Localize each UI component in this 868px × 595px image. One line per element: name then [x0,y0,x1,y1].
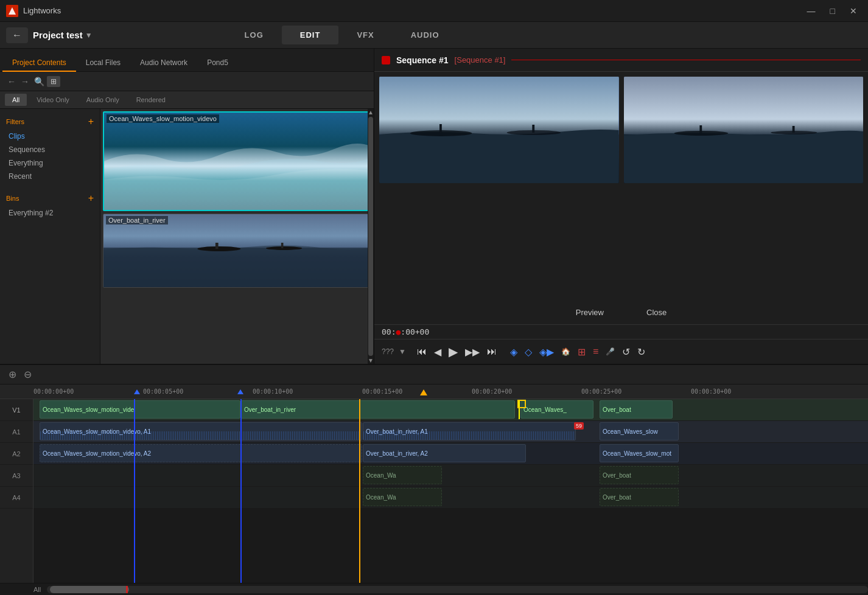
clip-item-ocean-waves[interactable]: Ocean_Waves_slow_motion_videvo [103,111,371,211]
next-frame-button[interactable]: ▶▶ [463,345,482,359]
zoom-out-button[interactable]: ⊖ [20,367,35,381]
scrollbar-thumb[interactable] [368,117,373,356]
svg-rect-12 [439,124,442,133]
v1-clip-1[interactable]: Ocean_Waves_slow_motion_vide [40,400,240,419]
a2-clip-3[interactable]: Ocean_Waves_slow_mot [600,444,679,462]
scroll-up-button[interactable]: ▲ [368,109,374,116]
redo-button[interactable]: ↻ [635,345,648,359]
left-layout: Filters + Clips Sequences Everything Rec… [0,109,374,364]
a2-clip-2[interactable]: Over_boat_in_river, A2 [363,444,526,462]
play-button[interactable]: ▶ [446,343,460,360]
sidebar-item-everything2[interactable]: Everything #2 [0,206,100,220]
tab-audio-network[interactable]: Audio Network [130,55,197,72]
clip-thumb-1 [104,113,370,210]
preview-left [379,77,619,183]
playhead-blue-1 [134,399,135,583]
bins-section: Bins + [0,190,100,206]
mark-button[interactable]: ◇ [522,345,534,359]
content-tab-audio-only[interactable]: Audio Only [79,94,127,106]
clip-scrollbar[interactable]: ▲ ▼ [368,109,374,364]
track-row-a4: Ocean_Wa Over_boat [33,487,868,509]
nav-tab-edit[interactable]: EDIT [282,26,339,44]
preview-button[interactable]: Preview [564,305,616,319]
tab-project-contents[interactable]: Project Contents [2,55,76,72]
v1-clip-2[interactable]: Over_boat_in_river [241,400,515,419]
track-row-a2: Ocean_Waves_slow_motion_videvo, A2 Over_… [33,443,868,465]
back-button[interactable]: ← [6,27,28,43]
tracks-area: Ocean_Waves_slow_motion_vide Over_boat_i… [33,399,868,583]
nav-tab-audio[interactable]: AUDIO [393,26,458,44]
clip-item-river[interactable]: Over_boat_in_river [103,214,371,288]
a4-clip-1[interactable]: Ocean_Wa [363,488,442,506]
a4-clip-2[interactable]: Over_boat [600,488,679,506]
content-tab-rendered[interactable]: Rendered [129,94,173,106]
to-end-button[interactable]: ⏭ [485,345,499,358]
sync-button[interactable]: ◈▶ [537,345,556,359]
audio-button[interactable]: 🎤 [603,346,617,357]
v1-clip-4[interactable]: Over_boat [600,400,673,419]
sidebar-item-sequences[interactable]: Sequences [0,143,100,156]
sidebar-item-everything[interactable]: Everything [0,156,100,170]
in-out-button[interactable]: ◈ [508,345,520,359]
timecode-display: 00:●:00+00 [382,327,429,336]
prev-frame-button[interactable]: ◀ [432,345,444,359]
back-nav-button[interactable]: ← [5,75,18,88]
window-controls: — □ ✕ [802,5,862,17]
filters-add-button[interactable]: + [88,116,94,127]
project-arrow[interactable]: ▼ [85,31,93,40]
timecode-marker: ● [396,327,401,336]
a3-clip-1[interactable]: Ocean_Wa [363,466,442,484]
home-button[interactable]: 🏠 [559,346,573,357]
v1-clip-3[interactable]: Ocean_Waves_ [520,400,593,419]
a3-clip-2[interactable]: Over_boat [600,466,679,484]
sequence-divider [511,60,861,60]
filter-bar: ← → 🔍 ⊞ [0,72,374,91]
playhead-blue-2 [240,399,242,583]
search-button[interactable]: 🔍 [32,75,47,88]
transport-dropdown[interactable]: ▼ [399,347,406,356]
timeline-tracks: V1 A1 A2 A3 A4 Ocean_Waves_slow_motion_v… [0,399,868,583]
undo-button[interactable]: ↺ [620,345,632,359]
overwrite-button[interactable]: ≡ [590,345,601,358]
a1-clip-1[interactable]: Ocean_Waves_slow_motion_videvo, A1 [40,422,362,440]
nav-tab-log[interactable]: LOG [226,26,282,44]
a1-clip-3[interactable]: Ocean_Waves_slow [600,422,679,440]
clip-label-2: Over_boat_in_river [106,216,168,224]
nav-tab-vfx[interactable]: VFX [338,26,392,44]
minimize-button[interactable]: — [802,5,821,17]
to-start-button[interactable]: ⏮ [415,345,429,358]
sidebar-item-recent[interactable]: Recent [0,170,100,183]
sequence-indicator [382,56,390,64]
ruler-mark-6: 00:00:30+00 [691,388,731,395]
grid-view-button[interactable]: ⊞ [47,76,60,87]
maximize-button[interactable]: □ [825,5,840,17]
playhead-2-marker [237,389,243,394]
bins-add-button[interactable]: + [88,193,94,204]
project-title: Project test [33,30,83,40]
close-button[interactable]: ✕ [845,5,862,17]
track-row-a3: Ocean_Wa Over_boat [33,465,868,487]
a2-clip-1[interactable]: Ocean_Waves_slow_motion_videvo, A2 [40,444,362,462]
fwd-nav-button[interactable]: → [18,75,32,88]
zoom-in-button[interactable]: ⊕ [5,367,20,381]
main-area: Project Contents Local Files Audio Netwo… [0,49,868,364]
close-preview-button[interactable]: Close [634,305,679,319]
scroll-down-button[interactable]: ▼ [368,357,374,364]
sidebar: Filters + Clips Sequences Everything Rec… [0,109,100,364]
sidebar-item-clips[interactable]: Clips [0,130,100,143]
timeline-scrollbar[interactable] [47,586,868,593]
preview-area [374,72,868,301]
ruler-mark-4: 00:00:20+00 [472,388,512,395]
a1-clip-2[interactable]: Over_boat_in_river, A1 [363,422,576,440]
app-icon [6,5,18,17]
panel-tabs: Project Contents Local Files Audio Netwo… [0,49,374,72]
content-tab-all[interactable]: All [5,94,27,106]
badge-59: 59 [574,422,584,430]
playhead-1-marker [134,389,140,394]
timeline-scroll-thumb[interactable] [50,586,129,593]
insert-button[interactable]: ⊞ [575,345,588,359]
tab-local-files[interactable]: Local Files [76,55,130,72]
tab-pond5[interactable]: Pond5 [197,55,238,72]
cut-marker-box [517,400,526,408]
content-tab-video-only[interactable]: Video Only [29,94,77,106]
